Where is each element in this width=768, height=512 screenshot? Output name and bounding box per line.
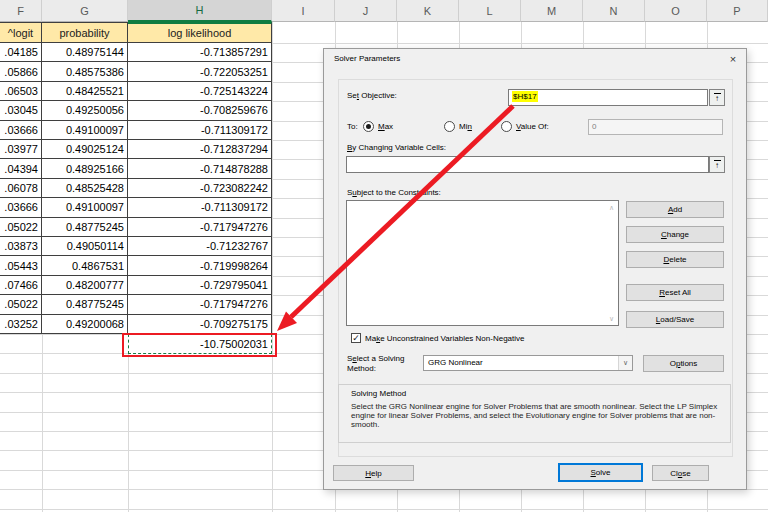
table-cell[interactable]: -0.719998264 [128, 256, 272, 275]
column-header-P[interactable]: P [707, 0, 768, 22]
non-negative-checkbox[interactable]: ✓ [351, 333, 361, 343]
table-header-cell[interactable]: probability [42, 22, 128, 43]
table-cell[interactable]: -0.729795041 [128, 276, 272, 295]
table-cell[interactable]: .06503 [0, 82, 42, 101]
gridline [0, 509, 768, 510]
table-cell[interactable]: 0.48975144 [42, 43, 128, 62]
table-header-cell[interactable]: log likelihood [128, 22, 272, 43]
table-cell[interactable]: .06078 [0, 179, 42, 198]
collapse-arrow-icon: ↑ [714, 93, 721, 103]
column-header-O[interactable]: O [645, 0, 707, 22]
min-radio[interactable] [444, 121, 455, 132]
options-button[interactable]: Options [643, 355, 724, 372]
column-header-K[interactable]: K [397, 0, 459, 22]
table-cell[interactable]: -0.711309172 [128, 121, 272, 140]
table-cell[interactable]: -0.722053251 [128, 62, 272, 81]
min-radio-label[interactable]: Min [459, 122, 472, 131]
table-cell[interactable]: -0.713857291 [128, 43, 272, 62]
column-header-N[interactable]: N [583, 0, 645, 22]
table-cell[interactable]: 0.48200777 [42, 276, 128, 295]
scroll-up-icon: ∧ [609, 204, 614, 211]
max-radio-label[interactable]: Max [378, 122, 393, 131]
objective-reference-text: $H$17 [512, 91, 538, 102]
table-cell[interactable]: .04185 [0, 43, 42, 62]
solving-method-dropdown[interactable]: GRG Nonlinear ∨ [423, 355, 633, 371]
value-of-radio-label[interactable]: Value Of: [516, 122, 549, 131]
table-cell[interactable]: .07466 [0, 276, 42, 295]
column-header-I[interactable]: I [272, 0, 335, 22]
collapse-dialog-button-2[interactable]: ↑ [709, 156, 725, 173]
excel-solver-screen: FGHIJKLMNOP ^logitprobabilitylog likelih… [0, 0, 768, 512]
table-cell[interactable]: -0.711309172 [128, 198, 272, 217]
set-objective-label: Set Objective: [347, 91, 397, 100]
table-cell[interactable]: 0.48775245 [42, 218, 128, 237]
table-cell[interactable]: .03873 [0, 237, 42, 256]
table-cell[interactable]: -0.723082242 [128, 179, 272, 198]
column-header-M[interactable]: M [521, 0, 583, 22]
table-cell[interactable]: 0.48775245 [42, 295, 128, 314]
table-cell[interactable]: -0.712837294 [128, 140, 272, 159]
add-button[interactable]: Add [626, 201, 724, 218]
dialog-titlebar[interactable]: Solver Parameters × [324, 49, 746, 69]
constraints-listbox[interactable]: ∧ ∨ [346, 200, 619, 326]
table-cell[interactable]: -0.709275175 [128, 315, 272, 334]
table-cell[interactable]: .03977 [0, 140, 42, 159]
reset-all-button[interactable]: Reset All [626, 284, 724, 301]
solving-method-description: Select the GRG Nonlinear engine for Solv… [351, 402, 725, 429]
table-cell[interactable]: .03252 [0, 315, 42, 334]
table-header-cell[interactable]: ^logit [0, 22, 42, 43]
table-cell[interactable]: 0.49100097 [42, 198, 128, 217]
table-cell[interactable]: -0.71232767 [128, 237, 272, 256]
red-annotation-box [122, 333, 277, 357]
table-cell[interactable]: -0.717947276 [128, 295, 272, 314]
table-cell[interactable]: 0.48525428 [42, 179, 128, 198]
dialog-title: Solver Parameters [334, 54, 400, 63]
close-icon[interactable]: × [723, 51, 743, 67]
table-cell[interactable]: -0.725143224 [128, 82, 272, 101]
column-header-L[interactable]: L [459, 0, 521, 22]
column-header-H[interactable]: H [128, 0, 272, 22]
table-cell[interactable]: 0.4867531 [42, 256, 128, 275]
solving-method-group: Solving Method Select the GRG Nonlinear … [338, 384, 731, 443]
table-cell[interactable]: 0.48425521 [42, 82, 128, 101]
table-cell[interactable]: .03045 [0, 101, 42, 120]
table-cell[interactable]: .04394 [0, 159, 42, 178]
table-cell[interactable]: 0.49100097 [42, 121, 128, 140]
collapse-dialog-button[interactable]: ↑ [709, 89, 725, 106]
table-cell[interactable]: .05022 [0, 295, 42, 314]
solving-method-group-title: Solving Method [351, 389, 406, 398]
by-changing-label: By Changing Variable Cells: [347, 143, 446, 152]
scroll-down-icon: ∨ [609, 315, 614, 322]
help-button[interactable]: Help [333, 465, 414, 481]
solve-button[interactable]: Solve [558, 463, 643, 482]
table-cell[interactable]: -0.708259676 [128, 101, 272, 120]
change-button[interactable]: Change [626, 226, 724, 243]
table-cell[interactable]: .05443 [0, 256, 42, 275]
max-radio[interactable] [363, 121, 374, 132]
set-objective-input[interactable]: $H$17 [508, 89, 708, 106]
table-cell[interactable]: -0.717947276 [128, 218, 272, 237]
column-header-F[interactable]: F [0, 0, 42, 22]
subject-constraints-label: Subject to the Constraints: [347, 188, 441, 197]
table-cell[interactable]: .03666 [0, 198, 42, 217]
delete-button[interactable]: Delete [626, 251, 724, 268]
column-header-G[interactable]: G [42, 0, 128, 22]
table-cell[interactable]: 0.49200068 [42, 315, 128, 334]
gridline [272, 22, 273, 512]
table-cell[interactable]: 0.49250056 [42, 101, 128, 120]
table-cell[interactable]: 0.48575386 [42, 62, 128, 81]
table-cell[interactable]: 0.48925166 [42, 159, 128, 178]
solving-method-label-line1: Select a Solving [347, 354, 404, 363]
column-header-J[interactable]: J [335, 0, 397, 22]
close-button[interactable]: Close [652, 465, 709, 481]
table-cell[interactable]: -0.714878288 [128, 159, 272, 178]
table-cell[interactable]: 0.49050114 [42, 237, 128, 256]
by-changing-input[interactable] [346, 156, 709, 173]
value-of-radio[interactable] [501, 121, 512, 132]
table-cell[interactable]: 0.49025124 [42, 140, 128, 159]
non-negative-checkbox-label[interactable]: Make Unconstrained Variables Non-Negativ… [365, 334, 525, 343]
table-cell[interactable]: .03666 [0, 121, 42, 140]
table-cell[interactable]: .05022 [0, 218, 42, 237]
table-cell[interactable]: .05866 [0, 62, 42, 81]
load-save-button[interactable]: Load/Save [626, 311, 724, 328]
